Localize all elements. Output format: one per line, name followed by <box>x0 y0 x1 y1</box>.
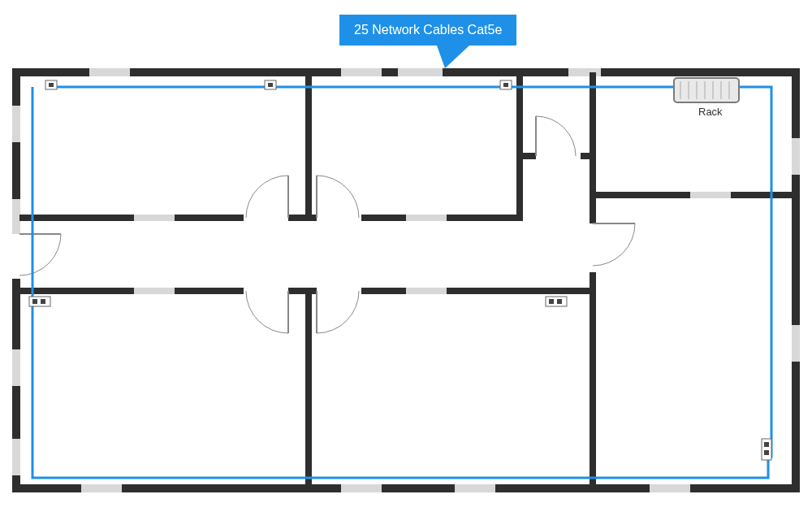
rack-icon <box>674 78 739 102</box>
port-bottom-right <box>762 439 771 460</box>
door-rack-corridor <box>593 223 635 266</box>
port-top-2 <box>265 80 276 89</box>
svg-rect-63 <box>503 83 508 87</box>
door-lower-left <box>246 291 288 333</box>
door-small-hall <box>536 116 576 156</box>
doors <box>246 116 635 333</box>
port-mid-left <box>29 297 50 306</box>
svg-rect-67 <box>546 297 567 306</box>
rack-label: Rack <box>698 106 723 118</box>
interior-walls <box>19 72 793 488</box>
outer-walls <box>12 68 800 492</box>
door-upper-middle <box>317 176 359 218</box>
svg-rect-64 <box>29 297 50 306</box>
port-mid-right <box>546 297 567 306</box>
corridor-left-door <box>12 234 61 279</box>
network-ports <box>29 80 771 460</box>
door-lower-middle <box>317 291 359 333</box>
svg-rect-70 <box>762 439 771 460</box>
svg-rect-72 <box>764 450 769 455</box>
interior-openings <box>134 195 731 291</box>
svg-rect-42 <box>12 234 20 279</box>
svg-rect-68 <box>549 299 554 304</box>
port-top-3 <box>500 80 512 89</box>
outer-openings <box>16 72 796 488</box>
svg-rect-66 <box>41 299 45 304</box>
floor-plan-svg <box>0 0 812 516</box>
floor-plan-canvas: 25 Network Cables Cat5e Rack <box>0 0 812 516</box>
port-top-1 <box>45 80 57 89</box>
svg-rect-61 <box>268 83 273 87</box>
cable-callout: 25 Network Cables Cat5e <box>339 15 516 46</box>
svg-rect-71 <box>764 442 769 447</box>
svg-rect-69 <box>557 299 562 304</box>
network-cable <box>32 87 771 478</box>
svg-rect-59 <box>49 83 54 87</box>
door-upper-left <box>246 176 288 218</box>
cable-callout-text: 25 Network Cables Cat5e <box>354 23 502 37</box>
svg-rect-65 <box>32 299 37 304</box>
